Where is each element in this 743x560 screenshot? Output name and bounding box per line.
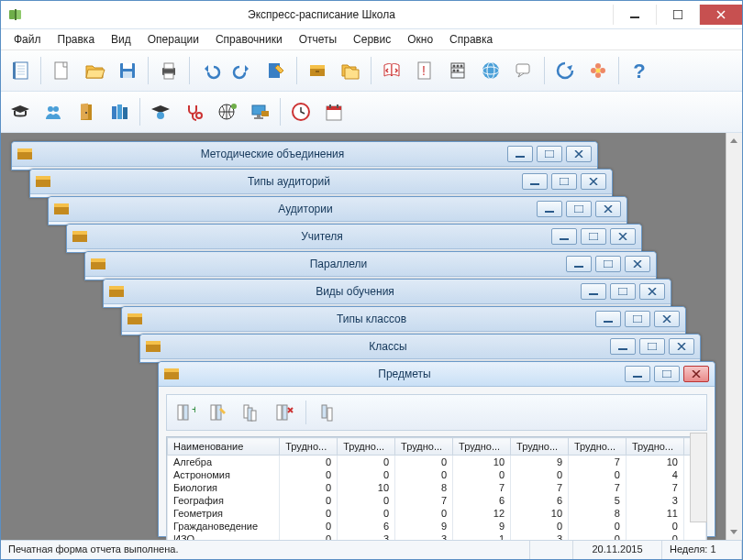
chat-icon[interactable] (508, 55, 539, 86)
edit-column-icon[interactable] (204, 399, 233, 426)
new-icon[interactable] (46, 55, 77, 86)
computer-icon[interactable] (244, 96, 275, 127)
table-row[interactable]: Геометрия0001210811 (168, 507, 706, 520)
child-maximize-button[interactable] (610, 283, 636, 300)
child-maximize-button[interactable] (551, 173, 577, 190)
copy-column-icon[interactable] (237, 399, 266, 426)
child-maximize-button[interactable] (625, 311, 650, 327)
minimize-button[interactable] (613, 5, 656, 25)
child-close-button[interactable] (639, 283, 665, 300)
child-close-button[interactable] (595, 201, 621, 217)
book-icon[interactable] (376, 55, 407, 86)
column-header[interactable]: Трудно... (569, 438, 627, 456)
menu-3[interactable]: Операции (140, 30, 206, 49)
menu-6[interactable]: Сервис (346, 30, 398, 49)
close-button[interactable] (699, 5, 742, 25)
reorder-column-icon[interactable] (313, 399, 342, 426)
add-column-icon[interactable]: + (171, 399, 200, 426)
mdi-scrollbar[interactable] (726, 133, 742, 540)
edit-icon[interactable] (261, 55, 292, 86)
child-close-button[interactable] (654, 311, 680, 327)
child-minimize-button[interactable] (625, 366, 650, 382)
column-header[interactable]: Трудно... (280, 438, 338, 456)
save-icon[interactable] (112, 55, 143, 86)
child-titlebar[interactable]: Классы (140, 335, 700, 359)
menu-1[interactable]: Правка (50, 30, 103, 49)
help-icon[interactable]: ? (624, 55, 655, 86)
child-maximize-button[interactable] (537, 146, 562, 162)
menu-0[interactable]: Файл (6, 30, 49, 49)
child-close-button[interactable] (625, 256, 650, 272)
column-header[interactable]: Наименование (168, 438, 280, 456)
child-maximize-button[interactable] (595, 256, 621, 272)
child-close-button[interactable] (683, 366, 709, 382)
open-icon[interactable] (79, 55, 110, 86)
child-minimize-button[interactable] (522, 173, 548, 190)
maximize-button[interactable] (656, 5, 699, 25)
table-row[interactable]: Астрономия0000004 (168, 468, 706, 481)
child-titlebar[interactable]: Учителя (67, 225, 641, 249)
abacus-icon[interactable] (442, 55, 473, 86)
users-icon[interactable] (38, 96, 69, 127)
graduation2-icon[interactable] (145, 96, 176, 127)
alert-doc-icon[interactable]: ! (409, 55, 440, 86)
child-titlebar[interactable]: Методические объединения (12, 142, 597, 167)
child-maximize-button[interactable] (639, 338, 665, 355)
child-minimize-button[interactable] (537, 201, 562, 217)
graduation-icon[interactable] (5, 96, 36, 127)
child-maximize-button[interactable] (566, 201, 592, 217)
menu-5[interactable]: Отчеты (292, 30, 344, 49)
child-maximize-button[interactable] (654, 366, 680, 382)
child-titlebar[interactable]: Виды обучения (104, 280, 671, 304)
table-row[interactable]: ИЗО0331300 (168, 533, 706, 540)
refresh-icon[interactable] (549, 55, 581, 86)
menu-2[interactable]: Вид (104, 30, 139, 49)
child-minimize-button[interactable] (551, 228, 577, 245)
column-header[interactable]: Трудно... (511, 438, 569, 456)
child-titlebar[interactable]: Типы аудиторий (30, 170, 612, 194)
child-close-button[interactable] (610, 228, 636, 245)
menu-7[interactable]: Окно (400, 30, 440, 49)
print-icon[interactable] (153, 55, 184, 86)
child-minimize-button[interactable] (595, 311, 621, 327)
child-close-button[interactable] (566, 146, 592, 162)
stethoscope-icon[interactable] (178, 96, 209, 127)
child-minimize-button[interactable] (566, 256, 592, 272)
clock-icon[interactable] (285, 96, 316, 127)
child-titlebar[interactable]: Параллели (85, 252, 656, 277)
child-close-button[interactable] (581, 173, 606, 190)
child-titlebar[interactable]: Аудитории (49, 197, 627, 222)
child-close-button[interactable] (669, 338, 694, 355)
child-minimize-button[interactable] (581, 283, 606, 300)
column-header[interactable]: Трудно... (395, 438, 453, 456)
child-maximize-button[interactable] (581, 228, 606, 245)
notebook-icon[interactable] (5, 55, 36, 86)
undo-icon[interactable] (194, 55, 226, 86)
redo-icon[interactable] (227, 55, 259, 86)
menu-8[interactable]: Справка (442, 30, 500, 49)
child-titlebar[interactable]: Предметы (159, 362, 715, 387)
menu-4[interactable]: Справочники (208, 30, 290, 49)
column-header[interactable]: Трудно... (338, 438, 395, 456)
child-minimize-button[interactable] (507, 146, 533, 162)
ball-icon[interactable] (211, 96, 242, 127)
grid-scrollbar[interactable] (690, 433, 707, 522)
table-row[interactable]: Граждановедение0699000 (168, 520, 706, 533)
column-header[interactable]: Трудно... (453, 438, 511, 456)
table-row[interactable]: Алгебра000109710 (168, 456, 706, 469)
child-minimize-button[interactable] (610, 338, 636, 355)
flower-icon[interactable] (582, 55, 614, 86)
column-header[interactable]: Трудно... (626, 438, 683, 456)
calendar-icon[interactable] (318, 96, 349, 127)
svg-rect-92 (146, 341, 161, 345)
data-grid[interactable]: НаименованиеТрудно...Трудно...Трудно...Т… (166, 436, 707, 540)
table-row[interactable]: География0076653 (168, 494, 706, 507)
books-icon[interactable] (104, 96, 135, 127)
globe-icon[interactable] (475, 55, 506, 86)
delete-column-icon[interactable] (270, 399, 299, 426)
folders-icon[interactable] (335, 55, 366, 86)
door-icon[interactable] (71, 96, 102, 127)
drawer-icon[interactable] (302, 55, 333, 86)
child-titlebar[interactable]: Типы классов (122, 307, 685, 332)
table-row[interactable]: Биология01087777 (168, 481, 706, 494)
